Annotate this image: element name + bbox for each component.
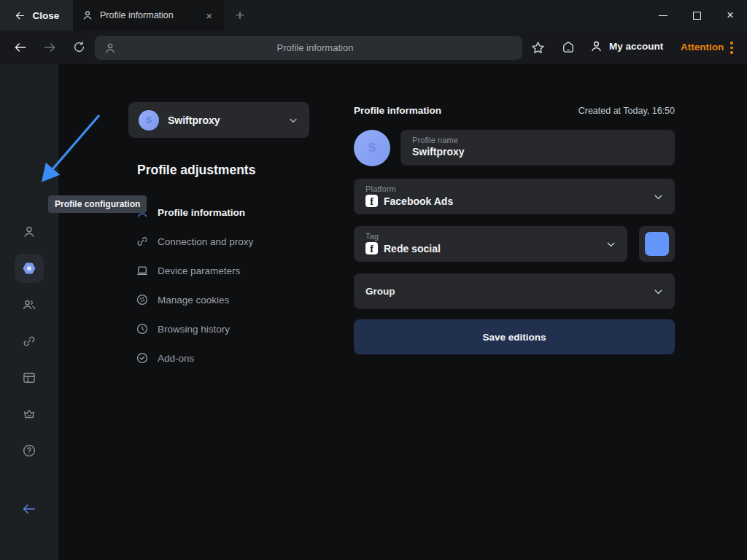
nut-icon xyxy=(21,260,37,276)
group-label: Group xyxy=(365,286,395,297)
minimize-button[interactable] xyxy=(646,0,680,31)
menu-item-connection-and-proxy[interactable]: Connection and proxy xyxy=(136,227,311,256)
collapse-sidebar-button collapse-arrow-icon[interactable] xyxy=(21,501,37,517)
tag-value: Rede social xyxy=(384,243,441,254)
reload-button[interactable] xyxy=(72,40,86,54)
new-tab-button[interactable]: + xyxy=(224,0,256,31)
facebook-icon: f xyxy=(365,195,378,207)
menu-item-label: Device parameters xyxy=(158,265,240,276)
maximize-icon xyxy=(693,12,701,20)
window-controls: × xyxy=(646,0,747,31)
address-text: Profile information xyxy=(117,42,514,53)
window-close-icon: × xyxy=(727,9,733,21)
kebab-menu-icon[interactable] xyxy=(728,39,735,56)
created-at-text: Created at Today, 16:50 xyxy=(578,106,675,116)
tag-label: Tag xyxy=(365,232,616,241)
chevron-down-icon xyxy=(605,238,617,250)
profile-name-field[interactable]: Profile name Swiftproxy xyxy=(400,130,675,166)
minimize-icon xyxy=(659,15,667,16)
facebook-icon: f xyxy=(365,242,378,254)
tag-color-swatch xyxy=(645,232,669,256)
sidebar-item-templates layout-icon[interactable] xyxy=(22,370,36,385)
sidebar-item-proxies link-icon[interactable] xyxy=(22,334,36,349)
sidebar-item-subscription crown-icon[interactable] xyxy=(22,407,36,421)
menu-item-label: Connection and proxy xyxy=(158,236,253,247)
back-arrow-icon xyxy=(14,9,26,22)
home-button[interactable] xyxy=(561,40,576,55)
platform-select[interactable]: Platform f Facebook Ads xyxy=(354,179,675,214)
profile-information-form: Profile information Created at Today, 16… xyxy=(354,105,675,116)
menu-item-manage-cookies[interactable]: Manage cookies xyxy=(136,285,311,314)
platform-label: Platform xyxy=(365,184,663,193)
page-title: Profile adjustments xyxy=(137,163,255,178)
menu-item-label: Add-ons xyxy=(158,353,194,364)
close-browser-button[interactable]: Close xyxy=(0,0,73,31)
link-icon xyxy=(136,235,149,248)
menu-item-label: Profile information xyxy=(158,207,245,218)
menu-item-browsing-history[interactable]: Browsing history xyxy=(136,314,311,343)
tag-color-button[interactable] xyxy=(639,226,675,262)
tooltip-profile-configuration: Profile configuration xyxy=(48,195,147,213)
tab-bar: Close Profile information × + × xyxy=(0,0,747,31)
menu-item-label: Manage cookies xyxy=(158,295,229,306)
sidebar-item-profiles person-icon[interactable] xyxy=(22,225,36,239)
profile-adjustments-menu: Profile information Connection and proxy… xyxy=(136,198,311,373)
close-browser-label: Close xyxy=(33,10,60,21)
check-circle-icon xyxy=(136,351,149,365)
attention-menu[interactable]: Attention xyxy=(681,42,724,52)
tab-title: Profile information xyxy=(100,10,196,20)
app-window: Close Profile information × + × Profile … xyxy=(0,0,747,560)
sidebar-item-profile-configuration[interactable] xyxy=(15,254,44,283)
forward-button[interactable] xyxy=(42,40,57,55)
window-close-button[interactable]: × xyxy=(713,0,747,31)
person-icon xyxy=(82,9,93,21)
person-icon xyxy=(589,39,603,53)
chevron-down-icon xyxy=(287,114,299,126)
cookie-icon xyxy=(136,293,149,306)
my-account-button[interactable]: My account xyxy=(589,39,663,53)
back-button[interactable] xyxy=(13,40,28,55)
avatar: S xyxy=(139,110,159,131)
clock-icon xyxy=(136,322,149,335)
browser-tab[interactable]: Profile information × xyxy=(73,0,224,31)
platform-value: Facebook Ads xyxy=(384,195,453,207)
laptop-icon xyxy=(136,264,149,277)
selected-profile-name: Swiftproxy xyxy=(168,114,279,126)
form-header: Profile information Created at Today, 16… xyxy=(354,105,675,116)
maximize-button[interactable] xyxy=(680,0,713,31)
profile-name-value: Swiftproxy xyxy=(412,146,465,158)
profile-selector-dropdown[interactable]: S Swiftproxy xyxy=(128,102,309,138)
profile-name-label: Profile name xyxy=(412,136,663,144)
section-title: Profile information xyxy=(354,105,441,116)
tag-select[interactable]: Tag f Rede social xyxy=(354,226,627,262)
tab-close-icon[interactable]: × xyxy=(203,9,215,23)
menu-item-device-parameters[interactable]: Device parameters xyxy=(136,256,311,285)
address-bar[interactable]: Profile information xyxy=(95,36,522,60)
menu-item-label: Browsing history xyxy=(158,324,230,335)
left-sidebar xyxy=(0,64,58,560)
sidebar-item-team people-icon[interactable] xyxy=(22,298,36,312)
navigation-bar: Profile information My account Attention xyxy=(0,31,747,64)
group-select[interactable]: Group xyxy=(354,273,675,309)
person-icon xyxy=(104,42,117,55)
chevron-down-icon xyxy=(652,190,665,203)
profile-avatar[interactable]: S xyxy=(354,130,390,166)
save-editions-button[interactable]: Save editions xyxy=(354,319,675,354)
sidebar-item-help help-icon[interactable] xyxy=(22,443,36,458)
chevron-down-icon xyxy=(652,285,665,298)
bookmark-star-button[interactable] xyxy=(530,40,546,55)
menu-item-add-ons[interactable]: Add-ons xyxy=(136,343,311,373)
menu-item-profile-information[interactable]: Profile information xyxy=(136,198,311,227)
my-account-label: My account xyxy=(609,41,663,52)
